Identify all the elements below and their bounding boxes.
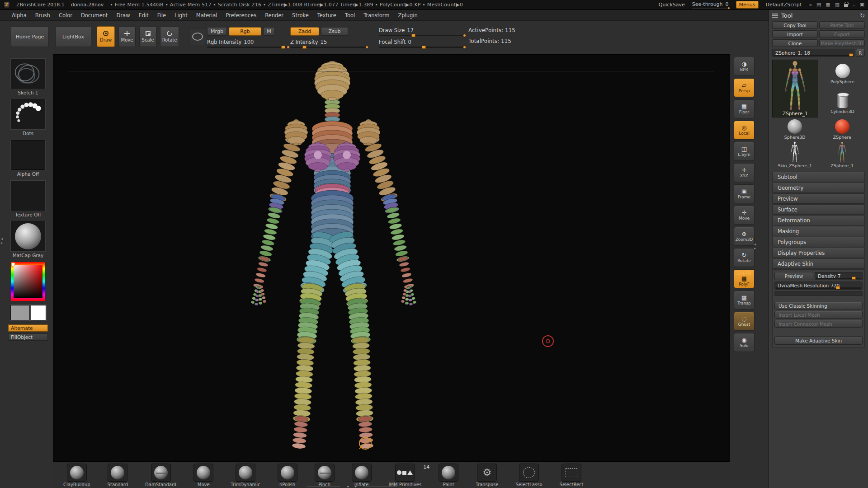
menu-color[interactable]: Color: [59, 12, 72, 19]
stroke-preview[interactable]: [189, 28, 206, 45]
scroll-left-icon[interactable]: ◂: [347, 484, 349, 488]
draw-size-slider[interactable]: Draw Size 17: [379, 27, 465, 36]
menu-light[interactable]: Light: [175, 12, 188, 19]
section-deformation[interactable]: Deformation: [772, 215, 865, 225]
brush-selectrect[interactable]: SelectRect: [560, 464, 584, 487]
shelf-lsym-button[interactable]: ◫ L.Sym: [734, 142, 755, 161]
window-icon[interactable]: ▣: [860, 2, 864, 8]
see-through-slider[interactable]: See-through 0: [692, 1, 729, 9]
import-button[interactable]: Import: [772, 30, 818, 38]
zsub-button[interactable]: Zsub: [321, 27, 348, 36]
z-intensity-slider[interactable]: Z Intensity 15: [290, 39, 367, 48]
shelf-transp-button[interactable]: ▩ Transp: [734, 291, 755, 310]
brush-hpolish[interactable]: hPolish: [278, 464, 297, 487]
shelf-persp-button[interactable]: ▱ Persp: [734, 78, 755, 97]
layout-columns-icon[interactable]: ▥: [835, 2, 840, 8]
brush-imm-primitives[interactable]: 14 IMM Primitives: [389, 464, 422, 487]
shelf-xyz-button[interactable]: ✛ XYZ: [734, 163, 755, 182]
brush-damstandard[interactable]: DamStandard: [145, 464, 176, 487]
tool-item-skin-zsphere[interactable]: Skin_ZSphere_1: [772, 141, 818, 168]
tray-scrollbar[interactable]: ◂▸: [307, 484, 397, 488]
menu-alpha[interactable]: Alpha: [12, 12, 27, 19]
menu-transform[interactable]: Transform: [363, 12, 389, 19]
layout-grid-icon[interactable]: ▦: [826, 2, 830, 8]
zsphere-model[interactable]: [54, 55, 730, 462]
shelf-polyf-button[interactable]: Line Fill ▦ PolyF: [734, 269, 755, 288]
section-adaptive-skin[interactable]: Adaptive Skin: [772, 258, 865, 269]
left-tray-splitter[interactable]: ◂▸: [1, 237, 3, 245]
shelf-frame-button[interactable]: ▣ Frame: [734, 184, 755, 203]
section-masking[interactable]: Masking: [772, 226, 865, 236]
paste-tool-button[interactable]: Paste Tool: [819, 21, 865, 29]
section-polygroups[interactable]: Polygroups: [772, 237, 865, 247]
stroke-dots-thumbnail[interactable]: Dots: [11, 99, 45, 136]
brush-pinch[interactable]: Pinch: [315, 464, 335, 487]
tool-item-cylinder3d[interactable]: Cylinder3D: [820, 89, 865, 117]
m-button[interactable]: M: [263, 27, 275, 36]
menu-render[interactable]: Render: [265, 12, 283, 19]
insert-local-mesh-button[interactable]: Insert Local Mesh: [774, 311, 863, 319]
active-tool-thumbnail[interactable]: ZSphere_1: [772, 60, 818, 117]
brush-standard[interactable]: Standard: [108, 464, 128, 487]
make-adaptive-skin-button[interactable]: Make Adaptive Skin: [774, 336, 863, 345]
minimize-icon[interactable]: –: [853, 2, 855, 8]
active-tool-slider[interactable]: ZSphere_1. 18: [772, 49, 854, 57]
alternate-button[interactable]: Alternate: [8, 324, 48, 332]
zscript-button[interactable]: DefaultZScript: [766, 2, 802, 8]
tool-item-zsphere1[interactable]: ZSphere_1: [820, 141, 865, 168]
shelf-move-button[interactable]: ✛ Move: [734, 206, 755, 225]
shelf-local-button[interactable]: ◎ Local: [734, 121, 755, 140]
copy-tool-button[interactable]: Copy Tool: [772, 21, 818, 29]
mrgb-button[interactable]: Mrgb: [207, 27, 227, 36]
insert-connector-mesh-button[interactable]: Insert Connector Mesh: [774, 320, 863, 328]
palette-cycle-icon[interactable]: ↻: [860, 12, 865, 19]
document-canvas[interactable]: [53, 54, 730, 462]
brush-selectlasso[interactable]: SelectLasso: [515, 464, 542, 487]
menu-material[interactable]: Material: [196, 12, 217, 19]
secondary-color-swatch[interactable]: [31, 305, 46, 320]
menus-button[interactable]: Menus: [736, 1, 759, 9]
home-page-button[interactable]: Home Page: [11, 26, 49, 47]
menu-stroke[interactable]: Stroke: [292, 12, 309, 19]
rotate-tool-button[interactable]: Rotate: [160, 26, 179, 47]
color-picker[interactable]: [11, 262, 45, 301]
brush-inflate[interactable]: Inflate: [352, 464, 372, 487]
menu-document[interactable]: Document: [81, 12, 108, 19]
rgb-button[interactable]: Rgb: [229, 27, 261, 36]
use-classic-skinning-button[interactable]: Use Classic Skinning: [774, 302, 863, 310]
section-surface[interactable]: Surface: [772, 204, 865, 215]
menu-zplugin[interactable]: Zplugin: [398, 12, 417, 19]
brush-paint[interactable]: Paint: [439, 464, 458, 487]
dynamesh-resolution-slider[interactable]: DynaMesh Resolution 720: [774, 282, 863, 290]
preview-button[interactable]: Preview: [774, 272, 813, 280]
draw-tool-button[interactable]: Draw: [97, 26, 115, 47]
clone-button[interactable]: Clone: [772, 39, 818, 47]
export-button[interactable]: Export: [819, 30, 865, 38]
brush-move[interactable]: Move: [193, 464, 213, 487]
focal-shift-slider[interactable]: Focal Shift 0: [379, 39, 465, 48]
shelf-rotate-button[interactable]: ↻ Rotate: [734, 248, 755, 267]
saturation-value-square[interactable]: [14, 265, 42, 298]
make-polymesh3d-button[interactable]: Make PolyMesh3D: [819, 39, 865, 47]
palette-menu-icon[interactable]: [772, 14, 778, 18]
menu-tool[interactable]: Tool: [345, 12, 355, 19]
fillobject-button[interactable]: FillObject: [8, 333, 48, 341]
r-button[interactable]: R: [856, 49, 865, 57]
zadd-button[interactable]: Zadd: [290, 27, 319, 36]
density-slider[interactable]: Density 7: [815, 272, 863, 280]
menu-draw[interactable]: Draw: [117, 12, 130, 19]
move-tool-button[interactable]: Move: [118, 26, 136, 47]
brush-transpose[interactable]: ⚙ Transpose: [476, 464, 498, 487]
lightbox-button[interactable]: LightBox: [55, 26, 91, 47]
menu-brush[interactable]: Brush: [35, 12, 50, 19]
sketch-thumbnail[interactable]: Sketch 1: [11, 59, 45, 95]
shelf-floor-button[interactable]: ▦ Floor: [734, 99, 755, 118]
blank-slider[interactable]: [774, 291, 863, 296]
section-geometry[interactable]: Geometry: [772, 183, 865, 193]
scroll-right-icon[interactable]: ▸: [355, 484, 357, 488]
brush-claybuildup[interactable]: ClayBuildup: [63, 464, 90, 487]
shelf-ghost-button[interactable]: ◌ Ghost: [734, 312, 755, 331]
lock-icon[interactable]: [844, 4, 848, 7]
shelf-zoom3d-button[interactable]: ⊕ Zoom3D: [734, 227, 755, 246]
section-preview[interactable]: Preview: [772, 193, 865, 204]
